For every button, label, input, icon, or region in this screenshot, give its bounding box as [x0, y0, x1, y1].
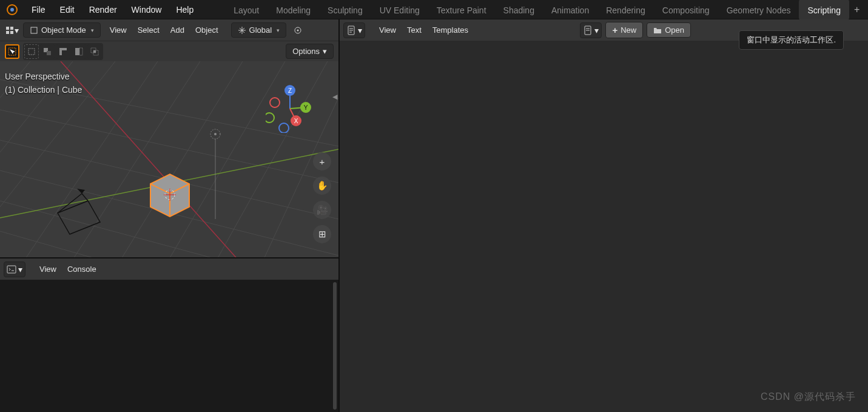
workspace-tab-rendering[interactable]: Rendering — [597, 0, 654, 20]
text-editor-body[interactable] — [340, 41, 868, 412]
menu-file[interactable]: File — [24, 1, 53, 18]
svg-rect-8 — [47, 51, 51, 55]
select-invert-icon[interactable] — [72, 44, 86, 59]
text-menu-templates[interactable]: Templates — [427, 23, 474, 37]
viewport-menu-add[interactable]: Add — [165, 23, 190, 37]
workspace-tab-modeling[interactable]: Modeling — [267, 0, 319, 20]
select-mode-group — [23, 43, 103, 60]
text-datablock-icon[interactable]: ▾ — [580, 22, 602, 38]
pivot-icon[interactable] — [290, 22, 306, 38]
menu-edit[interactable]: Edit — [53, 1, 82, 18]
svg-rect-11 — [75, 48, 79, 55]
menu-render[interactable]: Render — [82, 1, 124, 18]
workspace-tab-geometry-nodes[interactable]: Geometry Nodes — [718, 0, 799, 20]
svg-point-4 — [297, 29, 299, 31]
viewport-overlay-text: User Perspective (1) Collection | Cube — [5, 70, 82, 97]
svg-text:X: X — [294, 118, 298, 124]
console-body[interactable] — [0, 280, 338, 412]
navigation-gizmo[interactable]: Z Y X — [266, 84, 314, 133]
workspace-tooltip: 窗口中显示的活动工作区. — [739, 30, 844, 50]
console-menu-console[interactable]: Console — [62, 262, 102, 276]
svg-point-37 — [214, 133, 217, 135]
tool-row: Options▾ — [0, 41, 338, 61]
add-workspace-button[interactable]: + — [849, 1, 864, 19]
select-box-icon[interactable] — [24, 44, 39, 59]
viewport-menu-select[interactable]: Select — [132, 23, 165, 37]
options-dropdown[interactable]: Options▾ — [286, 44, 334, 59]
viewport-menu-view[interactable]: View — [104, 23, 132, 37]
menu-window[interactable]: Window — [124, 1, 169, 18]
text-editor-type-icon[interactable]: ▾ — [343, 22, 365, 38]
text-menu-view[interactable]: View — [374, 23, 402, 37]
svg-text:Y: Y — [304, 104, 308, 111]
select-intersect-icon[interactable] — [87, 44, 102, 59]
camera-icon[interactable]: 🎥 — [313, 201, 331, 219]
svg-rect-2 — [31, 27, 37, 33]
console-scrollbar[interactable] — [333, 282, 337, 410]
svg-rect-51 — [7, 266, 16, 273]
svg-rect-10 — [62, 50, 67, 55]
text-menu-text[interactable]: Text — [402, 23, 427, 37]
open-text-button[interactable]: Open — [647, 22, 691, 38]
select-extend-icon[interactable] — [40, 44, 55, 59]
svg-point-48 — [270, 98, 280, 107]
workspace-tab-uv-editing[interactable]: UV Editing — [371, 0, 428, 20]
svg-line-31 — [61, 61, 255, 257]
console-menu-view[interactable]: View — [34, 262, 62, 276]
svg-point-1 — [10, 8, 14, 12]
viewport-3d[interactable]: User Perspective (1) Collection | Cube ◀… — [0, 61, 338, 257]
select-subtract-icon[interactable] — [56, 44, 70, 59]
grid-icon[interactable]: ⊞ — [313, 225, 331, 243]
svg-text:Z: Z — [288, 87, 292, 94]
viewport-header: ▾ Object Mode ▾ ViewSelectAddObject Glob… — [0, 19, 338, 41]
viewport-menu-object[interactable]: Object — [190, 23, 224, 37]
new-text-button[interactable]: + New — [605, 22, 643, 38]
svg-rect-6 — [29, 49, 35, 55]
workspace-tab-texture-paint[interactable]: Texture Paint — [428, 0, 495, 20]
console-editor-type-icon[interactable]: ▾ — [4, 262, 25, 277]
orientation-dropdown[interactable]: Global ▾ — [231, 22, 287, 38]
select-tool-icon[interactable] — [5, 44, 19, 59]
mode-dropdown[interactable]: Object Mode ▾ — [23, 22, 101, 38]
editor-type-icon[interactable]: ▾ — [4, 22, 19, 38]
cube-object — [150, 174, 189, 217]
console-header: ▾ ViewConsole — [0, 258, 338, 280]
sidebar-toggle-icon[interactable]: ◀ — [332, 93, 337, 101]
svg-point-49 — [279, 123, 289, 133]
blender-logo-icon[interactable] — [5, 2, 19, 17]
menu-help[interactable]: Help — [169, 1, 201, 18]
workspace-tab-scripting[interactable]: Scripting — [799, 0, 849, 20]
svg-rect-15 — [93, 50, 96, 53]
svg-point-50 — [266, 113, 274, 123]
svg-line-27 — [109, 61, 243, 257]
pan-icon[interactable]: ✋ — [313, 177, 331, 195]
workspace-tab-shading[interactable]: Shading — [495, 0, 543, 20]
watermark-text: CSDN @源代码杀手 — [761, 391, 856, 404]
workspace-tab-layout[interactable]: Layout — [225, 0, 267, 20]
svg-rect-12 — [79, 48, 82, 55]
workspace-tab-compositing[interactable]: Compositing — [654, 0, 718, 20]
workspace-tab-animation[interactable]: Animation — [543, 0, 597, 20]
workspace-tab-sculpting[interactable]: Sculpting — [319, 0, 371, 20]
zoom-icon[interactable]: + — [313, 152, 331, 171]
folder-icon — [653, 26, 662, 35]
svg-line-20 — [0, 231, 338, 257]
